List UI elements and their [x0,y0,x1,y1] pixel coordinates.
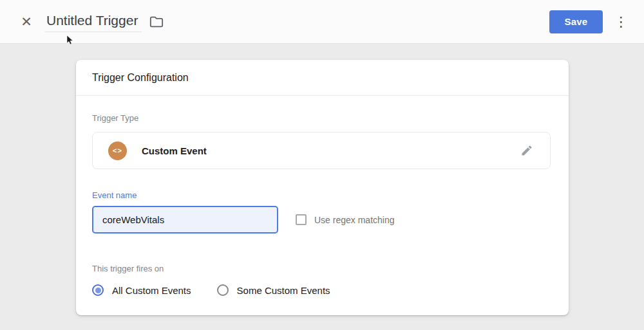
radio-all-custom-events[interactable]: All Custom Events [92,284,191,296]
event-name-label: Event name [92,190,551,200]
trigger-title-input[interactable]: Untitled Trigger [45,12,142,32]
close-icon[interactable]: ✕ [19,14,34,30]
card-body: Trigger Type <> Custom Event Event name … [76,96,569,296]
regex-checkbox[interactable] [296,214,307,225]
card-title: Trigger Configuration [92,72,189,84]
folder-icon[interactable] [148,14,165,30]
card-header: Trigger Configuration [76,60,569,96]
trigger-configuration-card: Trigger Configuration Trigger Type <> Cu… [76,60,569,315]
radio-some-custom-events[interactable]: Some Custom Events [217,284,330,296]
regex-checkbox-row[interactable]: Use regex matching [296,214,395,225]
custom-event-icon: <> [108,142,127,160]
trigger-type-box[interactable]: <> Custom Event [92,132,551,169]
radio-icon[interactable] [217,284,229,296]
trigger-type-label: Trigger Type [92,113,551,123]
save-button[interactable]: Save [549,10,603,33]
radio-some-custom-events-label: Some Custom Events [237,285,330,296]
edit-pencil-icon[interactable] [520,144,533,157]
trigger-type-value: Custom Event [142,145,207,156]
event-name-section: Event name Use regex matching [92,190,551,234]
fires-on-section: This trigger fires on All Custom Events … [92,264,551,296]
more-options-icon[interactable]: ⋮ [614,14,627,30]
top-bar: ✕ Untitled Trigger Save ⋮ [0,0,644,44]
radio-icon[interactable] [92,284,104,296]
event-name-input[interactable] [92,206,278,234]
radio-all-custom-events-label: All Custom Events [112,285,191,296]
fires-on-label: This trigger fires on [92,264,551,273]
regex-checkbox-label: Use regex matching [314,215,395,225]
